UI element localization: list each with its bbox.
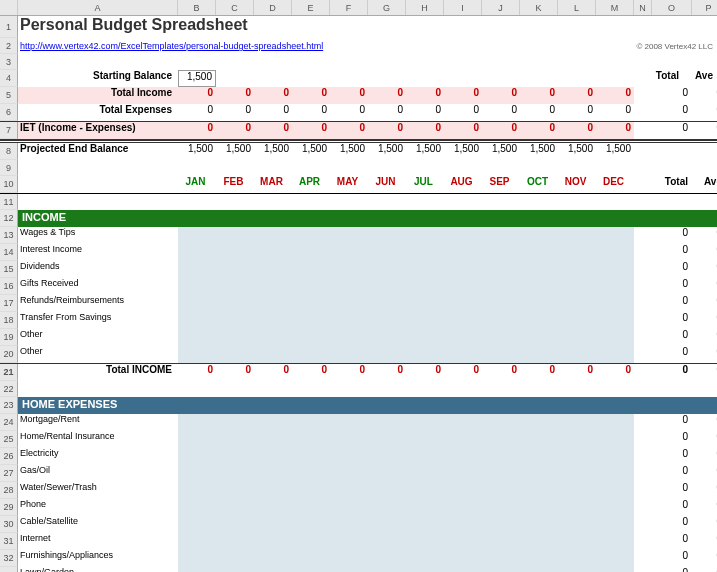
data-cells[interactable] [178,227,634,244]
cell[interactable]: 0 [292,104,330,121]
cell[interactable]: 1,500 [596,143,634,160]
list-item[interactable]: Phone [18,499,178,516]
data-cells[interactable] [178,346,634,363]
cell[interactable]: 0 [254,104,292,121]
row-num[interactable]: 25 [0,431,18,448]
cell[interactable]: 0 [520,87,558,104]
cell[interactable]: 0 [652,465,692,482]
col-C[interactable]: C [216,0,254,15]
row-num[interactable]: 2 [0,38,18,54]
cell[interactable]: 1,500 [178,143,216,160]
col-N[interactable]: N [634,0,652,15]
row-num[interactable]: 21 [0,364,18,381]
data-cells[interactable] [178,482,634,499]
row-num[interactable]: 12 [0,210,18,227]
cell[interactable]: 0 [482,122,520,139]
row-num[interactable]: 15 [0,261,18,278]
row-num[interactable]: 7 [0,122,18,139]
cell[interactable]: 0 [692,499,717,516]
cell[interactable]: 0 [692,329,717,346]
template-link[interactable]: http://www.vertex42.com/ExcelTemplates/p… [20,41,323,51]
cell[interactable]: 0 [368,104,406,121]
row-num[interactable]: 32 [0,550,18,567]
cell[interactable]: 0 [692,104,717,121]
cell[interactable]: 0 [178,104,216,121]
list-item[interactable]: Interest Income [18,244,178,261]
cell[interactable]: 0 [692,465,717,482]
row-num[interactable]: 24 [0,414,18,431]
data-cells[interactable] [178,278,634,295]
cell[interactable]: 0 [406,104,444,121]
row-num[interactable]: 18 [0,312,18,329]
cell[interactable]: 0 [292,87,330,104]
cell[interactable]: 0 [652,295,692,312]
cell[interactable]: 1,500 [254,143,292,160]
row-num[interactable]: 6 [0,104,18,121]
row-num[interactable]: 28 [0,482,18,499]
cell[interactable]: 0 [216,122,254,139]
data-cells[interactable] [178,516,634,533]
cell[interactable]: 0 [330,122,368,139]
data-cells[interactable] [178,533,634,550]
row-num[interactable]: 14 [0,244,18,261]
row-num[interactable]: 9 [0,160,18,176]
starting-balance-cell[interactable]: 1,500 [178,70,216,87]
cell[interactable]: 0 [692,533,717,550]
list-item[interactable]: Gifts Received [18,278,178,295]
col-A[interactable]: A [18,0,178,15]
row-num[interactable]: 27 [0,465,18,482]
list-item[interactable]: Refunds/Reimbursements [18,295,178,312]
data-cells[interactable] [178,414,634,431]
cell[interactable]: 1,500 [444,143,482,160]
cell[interactable]: 0 [692,364,717,381]
cell[interactable]: 0 [482,364,520,381]
list-item[interactable]: Wages & Tips [18,227,178,244]
cell[interactable]: 0 [330,104,368,121]
cell[interactable]: 0 [558,364,596,381]
row-num[interactable]: 20 [0,346,18,363]
cell[interactable]: 0 [482,87,520,104]
cell[interactable]: 0 [520,122,558,139]
data-cells[interactable] [178,465,634,482]
list-item[interactable]: Lawn/Garden [18,567,178,572]
data-cells[interactable] [178,312,634,329]
list-item[interactable]: Transfer From Savings [18,312,178,329]
list-item[interactable]: Dividends [18,261,178,278]
cell[interactable]: 0 [652,516,692,533]
cell[interactable]: 0 [292,364,330,381]
data-cells[interactable] [178,567,634,572]
row-num[interactable]: 19 [0,329,18,346]
row-num[interactable]: 22 [0,381,18,397]
cell[interactable]: 0 [444,87,482,104]
col-B[interactable]: B [178,0,216,15]
cell[interactable]: 0 [652,414,692,431]
cell[interactable]: 0 [254,122,292,139]
cell[interactable]: 0 [692,550,717,567]
cell[interactable]: 0 [692,567,717,572]
cell[interactable]: 0 [444,122,482,139]
cell[interactable]: 0 [692,346,717,363]
cell[interactable]: 1,500 [292,143,330,160]
cell[interactable]: 1,500 [482,143,520,160]
cell[interactable]: 0 [692,482,717,499]
row-num[interactable]: 16 [0,278,18,295]
cell[interactable]: 0 [216,87,254,104]
cell[interactable]: 0 [652,244,692,261]
cell[interactable]: 0 [652,312,692,329]
cell[interactable]: 1,500 [216,143,254,160]
cell[interactable]: 0 [652,499,692,516]
cell[interactable]: 1,500 [406,143,444,160]
row-num[interactable]: 29 [0,499,18,516]
cell[interactable]: 0 [558,104,596,121]
col-J[interactable]: J [482,0,520,15]
col-K[interactable]: K [520,0,558,15]
list-item[interactable]: Other [18,329,178,346]
cell[interactable]: 0 [330,87,368,104]
col-G[interactable]: G [368,0,406,15]
cell[interactable]: 0 [652,122,692,139]
cell[interactable]: 0 [254,364,292,381]
col-O[interactable]: O [652,0,692,15]
row-num[interactable]: 17 [0,295,18,312]
data-cells[interactable] [178,499,634,516]
data-cells[interactable] [178,261,634,278]
